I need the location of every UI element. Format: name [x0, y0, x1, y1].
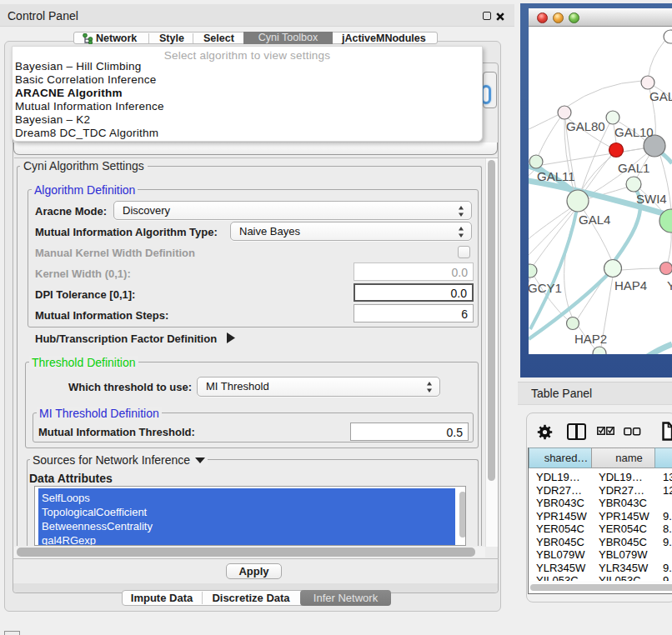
svg-text:GAL2: GAL2	[649, 89, 672, 103]
svg-text:GAL1: GAL1	[618, 161, 649, 175]
svg-text:YM: YM	[667, 278, 672, 292]
svg-text:GCY1: GCY1	[529, 281, 562, 295]
svg-text:GAL10: GAL10	[614, 125, 654, 139]
svg-text:GAL4: GAL4	[579, 212, 610, 227]
svg-text:HAP4: HAP4	[614, 278, 647, 292]
svg-text:HAP2: HAP2	[574, 332, 607, 346]
svg-text:GAL80: GAL80	[566, 119, 605, 133]
svg-text:SWI4: SWI4	[636, 192, 667, 206]
svg-text:GAL11: GAL11	[537, 169, 575, 183]
